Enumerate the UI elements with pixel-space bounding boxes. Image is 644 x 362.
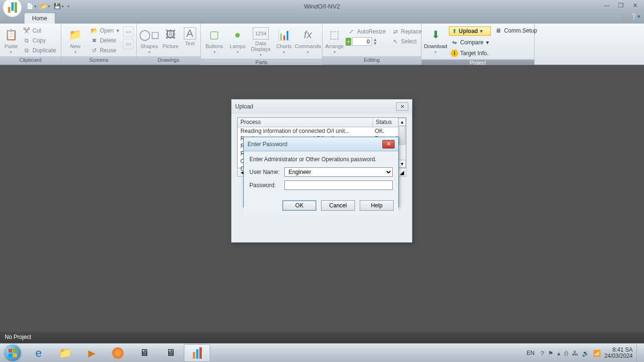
usb-icon[interactable]: ⎙ xyxy=(564,350,568,357)
group-label-drawings: Drawings xyxy=(137,57,200,65)
charts-part[interactable]: 📊Charts▾ xyxy=(273,25,295,54)
taskbar-app1[interactable]: 🖥 xyxy=(131,344,157,362)
taskbar-firefox[interactable] xyxy=(105,344,131,362)
monitor-icon: 🖥 xyxy=(140,347,149,358)
wifi-icon[interactable]: 📶 xyxy=(593,350,601,357)
buttons-part[interactable]: ▢Buttons▾ xyxy=(204,25,225,54)
taskbar-ie[interactable]: e xyxy=(25,344,52,362)
picture-button[interactable]: 🖼 Picture xyxy=(161,25,180,49)
folder-open-icon: 📂 xyxy=(40,3,47,9)
scroll-down-icon[interactable]: ▼ xyxy=(398,160,406,168)
password-input[interactable] xyxy=(284,181,393,190)
qat-new[interactable]: 📄▾ xyxy=(25,2,38,10)
replace-button[interactable]: ⇄Replace xyxy=(390,27,424,36)
spinner-icon[interactable]: ▲▼ xyxy=(373,38,377,45)
arrange-icon: ⬚ xyxy=(327,27,342,42)
svg-rect-1 xyxy=(13,349,17,353)
text-button[interactable]: A Text xyxy=(182,25,198,46)
system-tray: EN ? ⚑ ▴ ⎙ 🖧 🔊 📶 8:41 SA 24/03/2024 xyxy=(524,344,641,362)
compare-icon: ⇋ xyxy=(451,39,458,46)
close-button[interactable]: ✕ xyxy=(628,1,642,9)
tab-home[interactable]: Home xyxy=(25,13,55,24)
volume-icon[interactable]: 🔊 xyxy=(582,350,589,357)
copy-icon: ⧉ xyxy=(23,37,31,44)
open-icon: 📂 xyxy=(91,27,98,34)
reuse-icon: ↺ xyxy=(91,47,98,54)
new-screen-button[interactable]: 📁 New ▾ xyxy=(64,25,87,54)
taskbar-explorer[interactable]: 📁 xyxy=(52,344,78,362)
duplicate-button[interactable]: ⧉Duplicate xyxy=(21,46,58,55)
help-tray-icon[interactable]: ? xyxy=(541,350,544,357)
folder-icon: 📁 xyxy=(59,347,72,359)
qat-save[interactable]: 💾▾ xyxy=(52,2,66,10)
compare-button[interactable]: ⇋Compare▾ xyxy=(449,38,491,47)
screen-layout-2-icon[interactable]: ▭ xyxy=(123,39,133,49)
tray-chevron-icon[interactable]: ▴ xyxy=(557,350,561,357)
action-center-icon[interactable]: ⚑ xyxy=(548,350,553,357)
scroll-thumb[interactable] xyxy=(399,126,405,145)
taskbar-media[interactable]: ▶ xyxy=(78,344,105,362)
password-dialog-close[interactable]: ✕ xyxy=(382,140,395,148)
cancel-button[interactable]: Cancel xyxy=(321,200,355,211)
windows-logo-icon xyxy=(5,345,21,361)
paste-button[interactable]: 📋 Paste ▾ xyxy=(3,25,19,54)
upload-button[interactable]: ⬆ Upload ▾ xyxy=(449,26,491,36)
minimize-button[interactable]: — xyxy=(600,1,614,9)
comm-setup-button[interactable]: 🖥Comm.Setup xyxy=(493,26,539,35)
language-indicator[interactable]: EN xyxy=(524,348,537,358)
shapes-button[interactable]: ◯◻ Shapes▾ xyxy=(140,25,159,54)
date-text: 24/03/2024 xyxy=(604,353,633,359)
download-icon: ⬇ xyxy=(428,27,443,42)
network-icon[interactable]: 🖧 xyxy=(572,350,578,357)
svg-rect-2 xyxy=(8,354,12,357)
clock[interactable]: 8:41 SA 24/03/2024 xyxy=(604,347,633,359)
select-button[interactable]: ↖Select xyxy=(390,37,424,46)
commands-part[interactable]: fxCommands▾ xyxy=(297,25,319,54)
ribbon: 📋 Paste ▾ ✂️Cut ⧉Copy ⧉Duplicate Clipboa… xyxy=(0,24,644,65)
taskbar-windoi[interactable] xyxy=(184,344,210,362)
upload-icon: ⬆ xyxy=(452,28,457,34)
col-process[interactable]: Process xyxy=(238,118,373,127)
copy-button[interactable]: ⧉Copy xyxy=(21,36,58,45)
shapes-icon: ◯◻ xyxy=(142,27,157,42)
firefox-icon xyxy=(112,347,124,359)
help-button[interactable]: Help xyxy=(360,200,394,211)
upload-dialog-close[interactable]: ✕ xyxy=(396,102,408,111)
target-info-button[interactable]: iTarget Info. xyxy=(449,49,491,58)
screen-layout-1-icon[interactable]: ▭ xyxy=(123,26,133,37)
media-player-icon: ▶ xyxy=(88,347,95,359)
lamps-part[interactable]: ●Lamps▾ xyxy=(227,25,248,54)
data-displays-part[interactable]: 1234Data Displays▾ xyxy=(250,25,272,57)
qat-customize[interactable]: ▾ xyxy=(66,3,71,9)
taskbar-app2[interactable]: 🖥 xyxy=(157,344,184,362)
cut-button[interactable]: ✂️Cut xyxy=(21,26,58,35)
table-scrollbar[interactable]: ▲ ▼ xyxy=(398,118,406,168)
maximize-button[interactable]: ❐ xyxy=(614,1,628,9)
arrange-button[interactable]: ⬚Arrange▾ xyxy=(325,25,344,54)
lamp-icon: ● xyxy=(230,27,245,42)
scroll-up-icon[interactable]: ▲ xyxy=(398,118,406,126)
delete-screen-button[interactable]: ✖Delete xyxy=(89,36,121,45)
show-desktop[interactable] xyxy=(636,344,641,362)
ribbon-tabs: Home ⬚ ❔▾ xyxy=(0,12,644,24)
open-screen-button[interactable]: 📂Open▾ xyxy=(89,26,121,35)
save-icon: 💾 xyxy=(54,3,61,9)
autoresize-button[interactable]: ⤢AutoResize xyxy=(346,27,388,36)
ok-button[interactable]: OK xyxy=(282,200,316,211)
reuse-screen-button[interactable]: ↺Reuse xyxy=(89,46,121,55)
download-button[interactable]: ⬇ Download▾ xyxy=(424,25,447,54)
autoresize-icon: ⤢ xyxy=(347,28,355,35)
size-spinner[interactable]: ＋ ▲▼ xyxy=(346,37,388,46)
username-label: User Name: xyxy=(249,169,284,175)
upload-dialog-title: Upload xyxy=(235,103,253,110)
start-button[interactable] xyxy=(0,344,25,362)
cursor-icon: ↖ xyxy=(392,38,399,45)
help-icon[interactable]: ❔▾ xyxy=(630,13,640,20)
ie-icon: e xyxy=(35,346,41,360)
qat-open[interactable]: 📂▾ xyxy=(38,2,52,10)
username-select[interactable]: Engineer xyxy=(284,167,393,177)
plus-icon: ＋ xyxy=(346,38,351,46)
group-label-parts: Parts xyxy=(201,59,322,65)
cube-icon[interactable]: ⬚ xyxy=(622,13,627,20)
size-input[interactable] xyxy=(352,37,372,46)
